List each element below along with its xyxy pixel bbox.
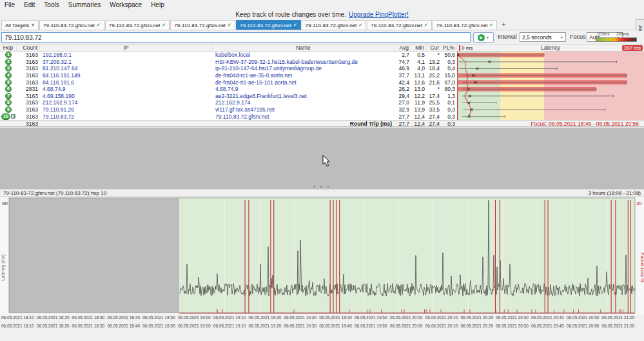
- hop-badge: 2: [5, 59, 12, 65]
- table-row[interactable]: 4316384.116.191.149de-fra04d-rc1-ae-35-0…: [0, 72, 457, 79]
- time-label: 06.05.2021 18:10: [1, 324, 34, 328]
- name-cell: de-fra04d-rc1-ae-35-0.aorta.net: [213, 72, 395, 79]
- menu-item-tools[interactable]: Tools: [39, 1, 63, 8]
- menu-item-edit[interactable]: Edit: [19, 1, 39, 8]
- hop-badge: 10: [1, 113, 10, 120]
- col-hop[interactable]: Hop: [0, 44, 17, 51]
- check-icon: ✔: [162, 23, 166, 28]
- roundtrip-min: 12,4: [411, 121, 427, 127]
- col-avg[interactable]: Avg: [395, 44, 411, 51]
- tab-target-4[interactable]: 79-110-83-72.gfsrv.net✔: [236, 20, 301, 30]
- time-label: 06.05.2021 18:30: [72, 324, 105, 328]
- time-label: 06.05.2021 20:30: [496, 315, 529, 320]
- table-row[interactable]: 9316379.110.81.26vl117.gf-txx.as47195.ne…: [0, 106, 457, 113]
- play-dropdown-icon[interactable]: ▼: [486, 35, 489, 39]
- close-icon[interactable]: ✕: [31, 23, 35, 28]
- time-label: 06.05.2021 19:00: [178, 324, 211, 328]
- scale-label-100ms: 100ms: [597, 32, 610, 36]
- tab-target-3[interactable]: 79-110-83-72.gfsrv.net✔: [170, 20, 235, 30]
- play-icon[interactable]: ▶: [478, 34, 485, 41]
- avg-cell: 42,4: [395, 79, 411, 86]
- trace-table-body: 13163192.168.0.1kabelbox.local2,70,5*50,…: [0, 52, 644, 120]
- table-row[interactable]: 13163192.168.0.1kabelbox.local2,70,5*50,…: [0, 52, 457, 59]
- tab-target-1[interactable]: 79-110-83-72.gfsrv.net✔: [39, 20, 104, 30]
- min-cell: 4,0: [411, 65, 427, 72]
- tab-label: 79-110-83-72.gfsrv.net: [109, 23, 161, 28]
- avg-cell: 29,4: [395, 93, 411, 99]
- chevron-down-icon: ▼: [560, 35, 563, 39]
- cur-cell: 33,5: [427, 106, 442, 113]
- pl-cell: 0,3: [442, 113, 457, 120]
- col-min[interactable]: Min: [411, 44, 427, 51]
- table-row[interactable]: 10316379.110.83.7279.110.83.72.gfsrv.net…: [0, 113, 457, 120]
- avg-cell: 74,7: [395, 59, 411, 65]
- start-trace-group[interactable]: ▶ ▼: [473, 32, 494, 43]
- svg-text:Packet Loss %: Packet Loss %: [640, 253, 644, 282]
- time-label: 06.05.2021 20:20: [460, 324, 493, 328]
- hop-cell: 1: [0, 52, 17, 58]
- name-cell: de-fra04c-ri1-ae-15-101.aorta.net: [213, 79, 395, 86]
- pl-cell: 80,3: [442, 86, 457, 92]
- cur-cell: 27,4: [427, 113, 442, 120]
- target-input[interactable]: [1, 32, 471, 43]
- check-icon: ✔: [358, 23, 362, 28]
- avg-cell: 32,9: [395, 106, 411, 113]
- svg-text:30: 30: [636, 200, 642, 206]
- hop-badge: 4: [5, 72, 12, 79]
- tab-target-7[interactable]: 79-110-83-72.gfsrv.net✔: [433, 20, 498, 30]
- add-target-tab-button[interactable]: +: [498, 20, 509, 30]
- tab-target-6[interactable]: 79-110-83-72.gfsrv.net✔: [367, 20, 432, 30]
- splitter-handle[interactable]: ● ● ●: [0, 184, 644, 188]
- table-row[interactable]: 731634.69.158.190ae2-3221.edge8.Frankfur…: [0, 93, 457, 100]
- time-label: 06.05.2021 19:00: [178, 315, 211, 320]
- timeline-title: 79-110-83-72.gfsrv.net (79.110.83.72) ho…: [3, 190, 106, 196]
- interval-select[interactable]: 2,5 seconds ▼: [520, 32, 566, 42]
- time-label: 06.05.2021 21:00: [602, 315, 635, 320]
- menu-item-workspace[interactable]: Workspace: [105, 1, 146, 8]
- hop-cell: 2: [0, 59, 17, 65]
- check-icon: ✔: [228, 23, 231, 28]
- col-cur[interactable]: Cur: [427, 44, 442, 51]
- avg-cell: 46,9: [395, 65, 411, 72]
- timeline-graph-area[interactable]: 9030Latency (ms)Packet Loss %: [0, 197, 644, 315]
- avg-cell: 27,0: [395, 99, 411, 106]
- tab-label: 79-110-83-72.gfsrv.net: [436, 23, 488, 28]
- tab-all-targets[interactable]: All Targets✕: [1, 20, 39, 30]
- table-row[interactable]: 83163212.162.9.174212.162.9.17427,011,92…: [0, 99, 457, 106]
- tab-target-5[interactable]: 79-110-83-72.gfsrv.net✔: [302, 20, 367, 30]
- ip-cell: 4.68.74.9: [40, 86, 213, 92]
- check-icon: ✔: [293, 23, 297, 28]
- menu-item-file[interactable]: File: [0, 1, 19, 8]
- hop-cell: 8: [0, 99, 17, 106]
- name-cell: 79.110.83.72.gfsrv.net: [213, 113, 395, 120]
- min-cell: 13,1: [411, 72, 427, 79]
- time-label: 06.05.2021 18:50: [142, 324, 175, 328]
- name-cell: ae2-3221.edge8.Frankfurt1.level3.net: [213, 93, 395, 99]
- interval-value: 2,5 seconds: [522, 34, 552, 41]
- time-label: 06.05.2021 19:30: [284, 315, 317, 320]
- focus-label: Focus: [570, 34, 586, 40]
- count-cell: 3163: [17, 113, 40, 120]
- col-count[interactable]: Count: [17, 44, 40, 51]
- col-pl[interactable]: PL%: [442, 44, 457, 51]
- timeline-range-label[interactable]: 3 hours (18:08 - 21:08): [589, 190, 641, 196]
- ip-cell: 81.210.147.64: [40, 65, 213, 72]
- col-name[interactable]: Name: [213, 44, 395, 51]
- menu-item-help[interactable]: Help: [146, 1, 169, 8]
- svg-text:Latency (ms): Latency (ms): [1, 255, 6, 280]
- min-cell: 13,0: [411, 86, 427, 92]
- timeline-header[interactable]: 79-110-83-72.gfsrv.net (79.110.83.72) ho…: [0, 189, 644, 197]
- name-cell: 212.162.9.174: [213, 99, 395, 106]
- table-row[interactable]: 3316381.210.147.64ip-81-210-147-64.hsi17…: [0, 65, 457, 72]
- upgrade-link[interactable]: Upgrade PingPlotter!: [349, 11, 409, 18]
- table-row[interactable]: 5316384.116.191.6de-fra04c-ri1-ae-15-101…: [0, 79, 457, 86]
- tab-target-2[interactable]: 79-110-83-72.gfsrv.net✔: [105, 20, 170, 30]
- table-row[interactable]: 628314.68.74.94.68.74.926,213,0*80,3: [0, 86, 457, 93]
- table-row[interactable]: 2316337.209.32.1HSI-KBW-37-209-32-1.hsi1…: [0, 59, 457, 66]
- menu-item-summaries[interactable]: Summaries: [64, 1, 106, 8]
- min-cell: 0,5: [411, 52, 427, 58]
- col-ip[interactable]: IP: [40, 44, 213, 51]
- latency-scale-legend: 100ms 200ms: [596, 32, 637, 43]
- time-label: 06.05.2021 18:20: [37, 315, 70, 320]
- hop-badge: 5: [5, 79, 12, 86]
